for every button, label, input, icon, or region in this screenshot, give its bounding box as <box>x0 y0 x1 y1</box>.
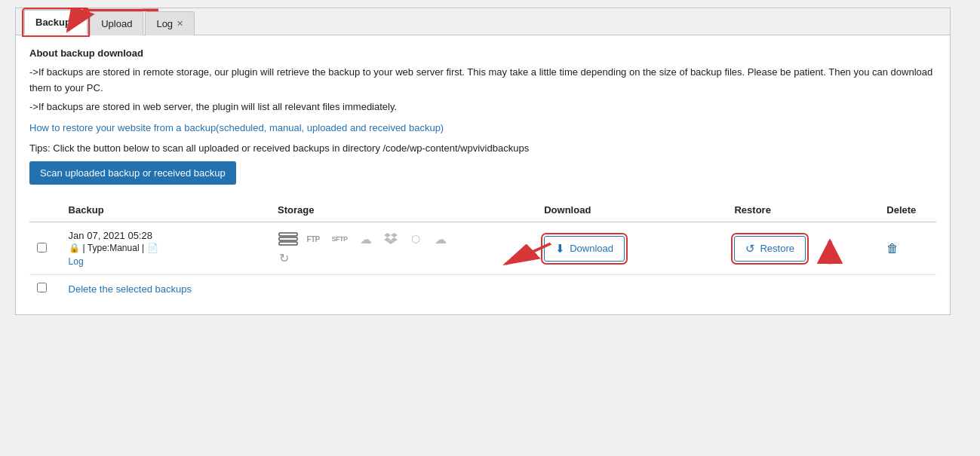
delete-trash-icon[interactable]: 🗑 <box>886 242 899 255</box>
info-line-1: ->If backups are stored in remote storag… <box>29 65 936 96</box>
svg-rect-0 <box>279 233 297 236</box>
restore-button[interactable]: ↺ Restore <box>734 236 806 262</box>
backup-meta: 🔒 | Type:Manual | 📄 <box>69 243 263 253</box>
restore-link[interactable]: How to restore your website from a backu… <box>29 122 936 133</box>
type-label: | Type:Manual | <box>83 243 144 253</box>
table-row: Jan 07, 2021 05:28 🔒 | Type:Manual | 📄 L… <box>29 222 936 275</box>
backup-cell: Jan 07, 2021 05:28 🔒 | Type:Manual | 📄 L… <box>61 222 270 275</box>
main-container: Backups Upload Log ✕ About backup downlo… <box>15 8 951 315</box>
footer-checkbox[interactable] <box>37 283 47 292</box>
svg-marker-3 <box>384 233 391 237</box>
local-storage-icon <box>278 231 299 246</box>
svg-rect-1 <box>279 237 297 240</box>
restore-circle-icon: ↺ <box>745 242 755 256</box>
footer-delete-cell: Delete the selected backups <box>61 275 936 303</box>
section-title: About backup download <box>29 47 936 59</box>
download-cell: ⬇ Download <box>536 222 727 275</box>
footer-checkbox-cell <box>29 275 61 303</box>
tab-upload-label: Upload <box>101 18 132 29</box>
table-header-row: Backup Storage Download Restore Delete <box>29 198 936 222</box>
sync-icon-row: ↻ <box>278 251 529 265</box>
tab-bar: Backups Upload Log ✕ <box>16 8 950 35</box>
scan-button[interactable]: Scan uploaded backup or received backup <box>29 161 236 185</box>
tips-text: Tips: Click the button below to scan all… <box>29 142 936 154</box>
table-footer-row: Delete the selected backups <box>29 275 936 303</box>
th-backup: Backup <box>61 198 270 222</box>
th-delete: Delete <box>879 198 936 222</box>
page-wrapper: Backups Upload Log ✕ About backup downlo… <box>8 8 958 315</box>
googledrive-icon: ⬡ <box>405 231 426 246</box>
tab-backups-label: Backups <box>35 17 76 28</box>
sftp-icon: SFTP <box>327 231 352 246</box>
download-arrow-icon: ⬇ <box>555 242 565 256</box>
tab-log-close[interactable]: ✕ <box>177 20 183 28</box>
dropbox-icon <box>380 231 401 246</box>
tab-log[interactable]: Log ✕ <box>145 11 195 35</box>
lock-icon: 🔒 <box>69 243 80 253</box>
tab-backups[interactable]: Backups <box>23 9 88 35</box>
cloud1-icon: ☁ <box>355 231 376 246</box>
restore-label: Restore <box>760 243 794 254</box>
th-storage: Storage <box>270 198 536 222</box>
storage-cell: FTP SFTP ☁ <box>270 222 536 275</box>
svg-rect-2 <box>279 242 297 245</box>
backup-date: Jan 07, 2021 05:28 <box>69 230 263 241</box>
backup-table: Backup Storage Download Restore Delete J… <box>29 198 936 302</box>
tab-upload[interactable]: Upload <box>90 11 143 35</box>
storage-icons: FTP SFTP ☁ <box>278 231 529 246</box>
th-download: Download <box>536 198 727 222</box>
download-button[interactable]: ⬇ Download <box>544 236 625 262</box>
ftp-icon: FTP <box>303 231 324 246</box>
svg-marker-4 <box>391 233 398 237</box>
download-label: Download <box>570 243 613 254</box>
onedrive-icon: ☁ <box>430 231 451 246</box>
log-link[interactable]: Log <box>69 256 263 267</box>
info-line-2: ->If backups are stored in web server, t… <box>29 99 936 115</box>
row-checkbox-cell <box>29 222 61 275</box>
content-area: About backup download ->If backups are s… <box>16 35 950 314</box>
delete-cell: 🗑 <box>879 222 936 275</box>
th-checkbox <box>29 198 61 222</box>
tab-log-label: Log <box>156 18 173 29</box>
doc-icon[interactable]: 📄 <box>147 243 158 253</box>
th-restore: Restore <box>727 198 879 222</box>
row-checkbox[interactable] <box>37 243 47 252</box>
delete-selected-link[interactable]: Delete the selected backups <box>69 283 192 295</box>
restore-cell: ↺ Restore <box>727 222 879 275</box>
sync-icon: ↻ <box>279 252 289 265</box>
